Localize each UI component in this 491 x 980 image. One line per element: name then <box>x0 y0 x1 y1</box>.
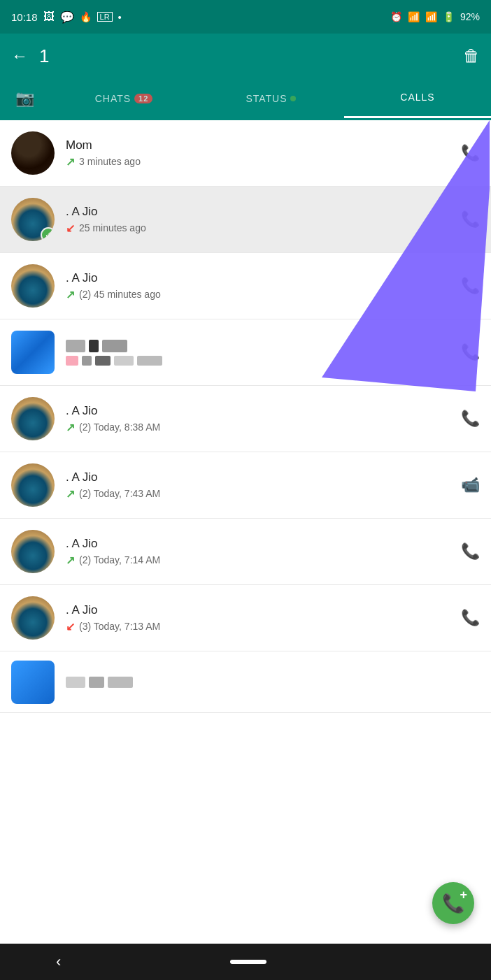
call-info-jio-5: . A Jio ↙ (3) Today, 7:13 AM <box>66 603 461 633</box>
status-time: 10:18 <box>11 11 38 23</box>
avatar-jio-4 <box>11 530 55 573</box>
call-detail-jio-4: ↗ (2) Today, 7:14 AM <box>66 554 461 567</box>
chats-badge: 12 <box>134 94 152 103</box>
call-info-jio-1: . A Jio ↗ (2) 45 minutes ago <box>66 271 461 301</box>
avatar-jio-5 <box>11 596 55 640</box>
tab-bar: 📷 CHATS 12 STATUS CALLS <box>0 78 491 120</box>
delete-button[interactable]: 🗑 <box>463 46 480 66</box>
call-info-jio-2: . A Jio ↗ (2) Today, 8:38 AM <box>66 404 461 434</box>
call-time-jio-5: (3) Today, 7:13 AM <box>79 621 160 632</box>
call-name-jio-0: . A Jio <box>66 205 461 219</box>
call-phone-icon-jio-5[interactable]: 📞 <box>461 609 480 627</box>
tab-camera[interactable]: 📷 <box>0 78 50 118</box>
status-bar: 10:18 🖼 💬 🔥 LR • ⏰ 📶 📶 🔋 92% <box>0 0 491 34</box>
app-icon-2: LR <box>97 12 113 22</box>
call-name-jio-3: . A Jio <box>66 470 461 484</box>
message-icon: 💬 <box>60 10 74 24</box>
call-phone-icon-jio-2[interactable]: 📞 <box>461 410 480 428</box>
call-item-blurred[interactable]: 📞 <box>0 319 491 386</box>
call-video-icon-jio-3[interactable]: 📹 <box>461 476 480 494</box>
tab-calls[interactable]: CALLS <box>344 78 491 118</box>
call-detail-jio-5: ↙ (3) Today, 7:13 AM <box>66 620 461 633</box>
selection-checkmark: ✓ <box>41 227 55 241</box>
selection-count: 1 <box>39 45 49 67</box>
call-info-blurred-2 <box>66 677 480 688</box>
call-item-jio-3[interactable]: . A Jio ↗ (2) Today, 7:43 AM 📹 <box>0 452 491 519</box>
fab-plus: + <box>460 888 467 902</box>
call-phone-icon-jio-0[interactable]: 📞 <box>461 210 480 229</box>
status-bar-left: 10:18 🖼 💬 🔥 LR • <box>11 10 122 24</box>
avatar-jio-0: ✓ <box>11 198 55 241</box>
signal-icon: 📶 <box>425 11 437 22</box>
call-detail-jio-2: ↗ (2) Today, 8:38 AM <box>66 421 461 434</box>
call-phone-icon-jio-4[interactable]: 📞 <box>461 542 480 561</box>
avatar-blurred <box>11 331 55 374</box>
arrow-outgoing-jio-1: ↗ <box>66 288 75 301</box>
avatar-mom <box>11 131 55 175</box>
battery-icon: 🔋 <box>443 11 455 22</box>
action-bar-left: ← 1 <box>11 45 49 67</box>
status-label: STATUS <box>246 93 287 104</box>
blurred-name <box>66 340 461 366</box>
call-name-mom: Mom <box>66 138 461 152</box>
avatar-jio-1 <box>11 264 55 308</box>
arrow-outgoing-jio-2: ↗ <box>66 421 75 434</box>
app-icon-1: 🔥 <box>80 11 92 22</box>
call-time-jio-3: (2) Today, 7:43 AM <box>79 488 160 499</box>
avatar-jio-2 <box>11 397 55 440</box>
arrow-outgoing-jio-3: ↗ <box>66 487 75 500</box>
call-info-blurred <box>66 340 461 366</box>
back-nav-button[interactable]: ‹ <box>56 953 61 971</box>
call-phone-icon-mom[interactable]: 📞 <box>461 144 480 162</box>
action-bar-right: 🗑 <box>463 46 480 66</box>
call-detail-mom: ↗ 3 minutes ago <box>66 155 461 168</box>
bottom-nav: ‹ <box>0 944 491 980</box>
tab-status[interactable]: STATUS <box>197 78 344 118</box>
chats-label: CHATS <box>95 93 131 104</box>
call-count-jio-1: (2) 45 minutes ago <box>79 289 161 300</box>
call-info-jio-3: . A Jio ↗ (2) Today, 7:43 AM <box>66 470 461 500</box>
call-detail-jio-0: ↙ 25 minutes ago <box>66 222 461 235</box>
arrow-outgoing-mom: ↗ <box>66 155 75 168</box>
new-call-fab[interactable]: 📞 + <box>432 882 474 924</box>
action-bar: ← 1 🗑 <box>0 34 491 78</box>
arrow-missed-jio-0: ↙ <box>66 222 75 235</box>
call-item-blurred-2[interactable] <box>0 651 491 713</box>
dot-indicator: • <box>118 11 122 23</box>
back-button[interactable]: ← <box>11 46 28 66</box>
call-item-jio-0[interactable]: ✓ . A Jio ↙ 25 minutes ago 📞 <box>0 187 491 253</box>
call-info-mom: Mom ↗ 3 minutes ago <box>66 138 461 168</box>
calls-label: CALLS <box>400 92 434 103</box>
call-item-jio-1[interactable]: . A Jio ↗ (2) 45 minutes ago 📞 <box>0 253 491 319</box>
call-item-jio-4[interactable]: . A Jio ↗ (2) Today, 7:14 AM 📞 <box>0 519 491 585</box>
alarm-icon: ⏰ <box>390 11 402 22</box>
call-info-jio-4: . A Jio ↗ (2) Today, 7:14 AM <box>66 537 461 567</box>
call-name-jio-5: . A Jio <box>66 603 461 617</box>
call-time-jio-4: (2) Today, 7:14 AM <box>79 554 160 565</box>
call-item-jio-2[interactable]: . A Jio ↗ (2) Today, 8:38 AM 📞 <box>0 386 491 452</box>
status-bar-right: ⏰ 📶 📶 🔋 92% <box>390 11 480 22</box>
avatar-jio-3 <box>11 463 55 507</box>
avatar-blurred-2 <box>11 661 55 704</box>
tab-chats[interactable]: CHATS 12 <box>50 78 197 118</box>
call-item-mom[interactable]: Mom ↗ 3 minutes ago 📞 <box>0 120 491 187</box>
call-name-jio-4: . A Jio <box>66 537 461 551</box>
call-time-jio-2: (2) Today, 8:38 AM <box>79 421 160 433</box>
call-item-jio-5[interactable]: . A Jio ↙ (3) Today, 7:13 AM 📞 <box>0 585 491 651</box>
blurred-name-2 <box>66 677 480 688</box>
photo-icon: 🖼 <box>43 10 55 23</box>
battery-level: 92% <box>460 11 480 22</box>
call-phone-icon-jio-1[interactable]: 📞 <box>461 277 480 295</box>
call-list: Mom ↗ 3 minutes ago 📞 ✓ . A Jio ↙ 25 min… <box>0 120 491 713</box>
call-name-jio-2: . A Jio <box>66 404 461 418</box>
call-info-jio-0: . A Jio ↙ 25 minutes ago <box>66 205 461 235</box>
call-phone-icon-blurred[interactable]: 📞 <box>461 343 480 361</box>
camera-icon: 📷 <box>15 89 35 108</box>
home-indicator[interactable] <box>230 960 266 964</box>
call-detail-jio-3: ↗ (2) Today, 7:43 AM <box>66 487 461 500</box>
call-name-jio-1: . A Jio <box>66 271 461 285</box>
arrow-outgoing-jio-4: ↗ <box>66 554 75 567</box>
arrow-missed-jio-5: ↙ <box>66 620 75 633</box>
wifi-icon: 📶 <box>408 11 420 22</box>
call-detail-jio-1: ↗ (2) 45 minutes ago <box>66 288 461 301</box>
